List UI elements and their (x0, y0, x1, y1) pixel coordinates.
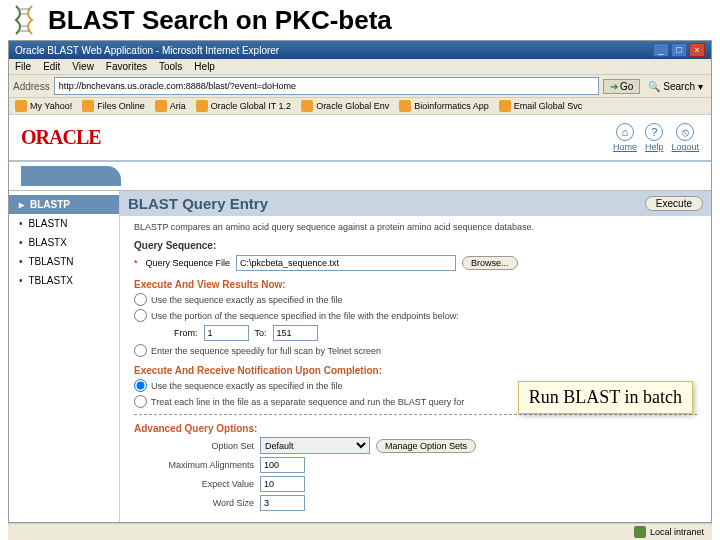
browser-menu: File Edit View Favorites Tools Help (9, 59, 711, 75)
radio-exact[interactable] (134, 293, 147, 306)
radio-enter-seq[interactable] (134, 344, 147, 357)
oracle-logo: ORACLE (21, 126, 101, 149)
sidebar-item-tblastn[interactable]: TBLASTN (9, 252, 119, 271)
expect-value-label: Expect Value (134, 479, 254, 489)
expect-value-input[interactable] (260, 476, 305, 492)
query-file-input[interactable] (236, 255, 456, 271)
address-label: Address (13, 81, 50, 92)
from-label: From: (174, 328, 198, 338)
from-input[interactable] (204, 325, 249, 341)
option-set-select[interactable]: Default (260, 437, 370, 454)
window-titlebar: Oracle BLAST Web Application - Microsoft… (9, 41, 711, 59)
execute-button[interactable]: Execute (645, 196, 703, 211)
home-icon: ⌂ (616, 123, 634, 141)
zone-icon (634, 526, 646, 538)
link-oracle3[interactable]: Oracle Global Env (301, 100, 389, 112)
search-icon: 🔍 (648, 81, 660, 92)
radio-batch-exact[interactable] (134, 379, 147, 392)
status-bar: Local intranet (8, 523, 712, 540)
minimize-button[interactable]: _ (653, 43, 669, 57)
link-bio[interactable]: Bioinformatics App (399, 100, 489, 112)
favicon (499, 100, 511, 112)
favicon (82, 100, 94, 112)
panel-title: BLAST Query Entry (128, 195, 268, 212)
favicon (196, 100, 208, 112)
link-oracle2[interactable]: Oracle Global IT 1.2 (196, 100, 291, 112)
dna-icon (8, 4, 40, 36)
required-asterisk: * (134, 258, 138, 268)
favicon (399, 100, 411, 112)
favicon (15, 100, 27, 112)
menu-favorites[interactable]: Favorites (106, 61, 147, 72)
favicon (301, 100, 313, 112)
sidebar-item-blastp[interactable]: BLASTP (9, 195, 119, 214)
help-icon: ? (645, 123, 663, 141)
window-title: Oracle BLAST Web Application - Microsoft… (15, 45, 279, 56)
panel-description: BLASTP compares an amino acid query sequ… (134, 222, 697, 232)
word-size-input[interactable] (260, 495, 305, 511)
menu-tools[interactable]: Tools (159, 61, 182, 72)
logout-link[interactable]: ⦸Logout (671, 123, 699, 152)
favicon (155, 100, 167, 112)
to-label: To: (255, 328, 267, 338)
menu-file[interactable]: File (15, 61, 31, 72)
home-link[interactable]: ⌂Home (613, 123, 637, 152)
word-size-label: Word Size (134, 498, 254, 508)
status-zone: Local intranet (650, 527, 704, 537)
manage-option-sets-button[interactable]: Manage Option Sets (376, 439, 476, 453)
maximize-button[interactable]: □ (671, 43, 687, 57)
go-button[interactable]: ➔ Go (603, 79, 640, 94)
address-input[interactable] (54, 77, 599, 95)
chevron-down-icon: ▾ (698, 81, 703, 92)
logout-icon: ⦸ (676, 123, 694, 141)
sidebar-item-tblastx[interactable]: TBLASTX (9, 271, 119, 290)
close-button[interactable]: × (689, 43, 705, 57)
to-input[interactable] (273, 325, 318, 341)
option-set-label: Option Set (134, 441, 254, 451)
help-link[interactable]: ?Help (645, 123, 664, 152)
menu-help[interactable]: Help (194, 61, 215, 72)
link-files[interactable]: Files Online (82, 100, 145, 112)
sidebar-item-blastx[interactable]: BLASTX (9, 233, 119, 252)
go-icon: ➔ (610, 81, 618, 92)
advanced-options-heading: Advanced Query Options: (134, 423, 697, 434)
link-aria[interactable]: Aria (155, 100, 186, 112)
query-file-label: Query Sequence File (146, 258, 231, 268)
slide-title: BLAST Search on PKC-beta (48, 5, 392, 36)
max-alignments-label: Maximum Alignments (134, 460, 254, 470)
menu-view[interactable]: View (72, 61, 94, 72)
sidebar: BLASTP BLASTN BLASTX TBLASTN TBLASTX (9, 191, 119, 522)
sidebar-item-blastn[interactable]: BLASTN (9, 214, 119, 233)
browse-button[interactable]: Browse... (462, 256, 518, 270)
execute-now-heading: Execute And View Results Now: (134, 279, 697, 290)
tab-shape (21, 166, 121, 186)
query-sequence-label: Query Sequence: (134, 240, 697, 251)
menu-edit[interactable]: Edit (43, 61, 60, 72)
link-myyahoo[interactable]: My Yahoo! (15, 100, 72, 112)
divider (134, 414, 697, 415)
radio-batch-each-line[interactable] (134, 395, 147, 408)
link-email[interactable]: Email Global Svc (499, 100, 583, 112)
callout-annotation: Run BLAST in batch (518, 381, 693, 414)
max-alignments-input[interactable] (260, 457, 305, 473)
execute-batch-heading: Execute And Receive Notification Upon Co… (134, 365, 697, 376)
search-button[interactable]: 🔍 Search ▾ (644, 80, 707, 93)
radio-portion[interactable] (134, 309, 147, 322)
